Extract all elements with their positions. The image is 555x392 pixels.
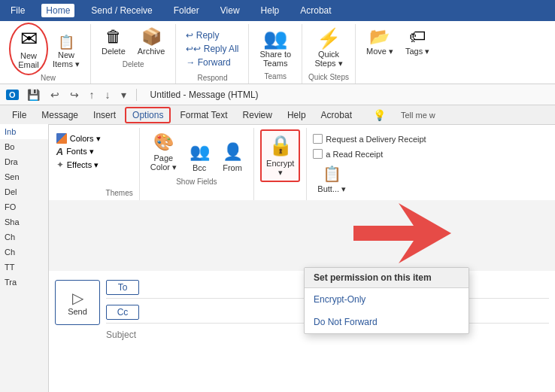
share-teams-label: Share toTeams <box>259 50 291 68</box>
sidebar-sha[interactable]: Sha <box>0 214 48 229</box>
encrypt-dropdown: Set permission on this item Encrypt-Only… <box>304 267 469 334</box>
sidebar-ch2[interactable]: Ch <box>0 245 48 260</box>
sidebar-ch1[interactable]: Ch <box>0 229 48 245</box>
quick-steps-label: QuickSteps ▾ <box>314 50 342 68</box>
new-items-icon: 📋 <box>58 35 74 49</box>
effects-icon: ✦ <box>56 160 64 170</box>
sidebar-del[interactable]: Del <box>0 184 48 199</box>
archive-label: Archive <box>138 47 165 56</box>
move-icon: 📂 <box>369 29 390 45</box>
reply-all-button[interactable]: ↩↩ Reply All <box>183 43 241 55</box>
ribbon-group-new: ✉ NewEmail 📋 NewItems ▾ New <box>6 24 91 84</box>
from-icon: 👤 <box>223 142 243 162</box>
opts-options[interactable]: Options <box>125 107 171 123</box>
encrypt-button[interactable]: 🔒 Encrypt▾ <box>260 129 300 182</box>
left-sidebar: Inb Bo Dra Sen Del FO Sha Ch Ch TT Tra <box>0 124 49 392</box>
opts-review[interactable]: Review <box>237 108 278 122</box>
colors-label: Colors ▾ <box>70 134 101 144</box>
cc-button[interactable]: Cc <box>106 305 139 320</box>
save-icon[interactable]: 💾 <box>25 87 42 102</box>
tags-label: Tags ▾ <box>405 47 429 56</box>
new-email-button[interactable]: ✉ NewEmail <box>12 26 45 72</box>
customize-icon[interactable]: ▾ <box>119 87 129 102</box>
buttons-icon: 📋 <box>323 165 341 183</box>
outlook-icon: O <box>6 90 19 100</box>
main-menu-bar: File Home Send / Receive Folder View Hel… <box>0 0 555 21</box>
ribbon-group-respond: ↩ Reply ↩↩ Reply All → Forward Respond <box>176 24 249 84</box>
tags-icon: 🏷 <box>409 29 426 45</box>
delete-button[interactable]: 🗑 Delete <box>97 26 130 59</box>
new-group-label: New <box>41 74 56 82</box>
sidebar-bo[interactable]: Bo <box>0 139 48 154</box>
menu-send-receive[interactable]: Send / Receive <box>86 4 156 17</box>
sidebar-sen[interactable]: Sen <box>0 169 48 184</box>
move-button[interactable]: 📂 Move ▾ <box>362 26 398 59</box>
lightbulb-icon: 💡 <box>367 108 392 123</box>
opts-insert[interactable]: Insert <box>87 108 122 122</box>
sidebar-tt[interactable]: TT <box>0 260 48 275</box>
menu-folder[interactable]: Folder <box>169 4 204 17</box>
fonts-icon: A <box>56 146 63 157</box>
new-items-button[interactable]: 📋 NewItems ▾ <box>48 32 84 72</box>
forward-button[interactable]: → Forward <box>183 56 241 68</box>
menu-file[interactable]: File <box>6 4 29 17</box>
effects-button[interactable]: ✦ Effects ▾ <box>54 159 103 171</box>
teams-group-label: Teams <box>265 72 287 81</box>
read-receipt-label: a Read Receipt <box>326 150 383 159</box>
opts-file[interactable]: File <box>6 108 32 122</box>
delete-label: Delete <box>102 47 126 56</box>
up-icon[interactable]: ↑ <box>87 87 97 102</box>
sidebar-dra[interactable]: Dra <box>0 154 48 169</box>
quicksteps-group-label: Quick Steps <box>308 73 349 81</box>
fonts-button[interactable]: A Fonts ▾ <box>54 145 103 158</box>
archive-button[interactable]: 📦 Archive <box>133 26 170 59</box>
share-teams-button[interactable]: 👥 Share toTeams <box>255 26 296 71</box>
menu-help[interactable]: Help <box>256 4 284 17</box>
opts-format-text[interactable]: Format Text <box>174 108 233 122</box>
send-label: Send <box>68 307 87 316</box>
delivery-receipt-label: Request a Delivery Receipt <box>326 135 426 144</box>
menu-acrobat[interactable]: Acrobat <box>296 4 335 17</box>
reply-button[interactable]: ↩ Reply <box>183 29 241 41</box>
page-color-button[interactable]: 🎨 PageColor ▾ <box>146 129 181 175</box>
tell-me-text[interactable]: Tell me w <box>395 109 441 121</box>
do-not-forward-item[interactable]: Do Not Forward <box>305 311 469 333</box>
sidebar-inbox[interactable]: Inb <box>0 124 48 139</box>
colors-button[interactable]: Colors ▾ <box>54 132 103 144</box>
opts-message[interactable]: Message <box>35 108 84 122</box>
app-container: File Home Send / Receive Folder View Hel… <box>0 0 555 392</box>
opts-acrobat[interactable]: Acrobat <box>315 108 358 122</box>
lock-icon: 🔒 <box>268 134 293 157</box>
down-icon[interactable]: ↓ <box>103 87 113 102</box>
quick-steps-button[interactable]: ⚡ QuickSteps ▾ <box>310 26 347 71</box>
show-fields-label: Show Fields <box>146 178 247 186</box>
sidebar-tra[interactable]: Tra <box>0 275 48 290</box>
send-icon: ▷ <box>72 289 83 307</box>
menu-view[interactable]: View <box>216 4 244 17</box>
bcc-button[interactable]: 👥 Bcc <box>184 139 214 175</box>
delivery-receipt-checkbox[interactable]: Request a Delivery Receipt <box>313 132 426 145</box>
new-email-icon: ✉ <box>20 29 38 50</box>
buttons-btn[interactable]: 📋 Butt... ▾ <box>313 162 350 197</box>
page-color-label: PageColor ▾ <box>150 153 177 172</box>
opts-help[interactable]: Help <box>281 108 312 122</box>
read-receipt-checkbox[interactable]: a Read Receipt <box>313 147 426 160</box>
send-button[interactable]: ▷ Send <box>55 280 100 325</box>
menu-home[interactable]: Home <box>41 4 74 17</box>
tags-button[interactable]: 🏷 Tags ▾ <box>401 26 434 59</box>
colors-swatch <box>56 133 67 144</box>
encrypt-only-item[interactable]: Encrypt-Only <box>305 288 469 311</box>
ribbon-group-delete: 🗑 Delete 📦 Archive Delete <box>91 24 176 84</box>
delete-icon: 🗑 <box>105 29 122 45</box>
main-ribbon: ✉ NewEmail 📋 NewItems ▾ New 🗑 Delete 📦 <box>0 21 555 84</box>
redo-icon[interactable]: ↪ <box>68 87 81 102</box>
archive-icon: 📦 <box>141 29 162 45</box>
effects-label: Effects ▾ <box>67 160 99 170</box>
encrypt-group: 🔒 Encrypt▾ <box>254 128 307 200</box>
sidebar-fo[interactable]: FO <box>0 199 48 214</box>
delivery-receipt-box <box>313 134 323 144</box>
from-button[interactable]: 👤 From <box>217 139 247 175</box>
undo-icon[interactable]: ↩ <box>48 87 62 102</box>
to-button[interactable]: To <box>106 280 139 295</box>
encrypt-label: Encrypt▾ <box>266 159 294 178</box>
